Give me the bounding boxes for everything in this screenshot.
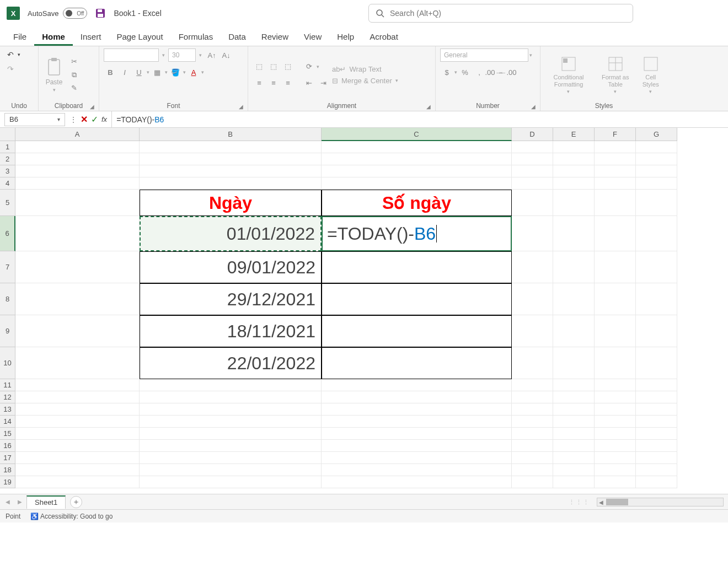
cell-D3[interactable]: [512, 165, 553, 177]
cell-G18[interactable]: [636, 464, 677, 476]
cell-G12[interactable]: [636, 391, 677, 403]
cell-C4[interactable]: [322, 177, 512, 190]
cell-A1[interactable]: [15, 141, 140, 153]
font-size-input[interactable]: [168, 48, 196, 62]
row-header-1[interactable]: 1: [0, 141, 15, 153]
format-as-table-button[interactable]: Format as Table▾: [598, 54, 633, 95]
row-header-13[interactable]: 13: [0, 403, 15, 416]
sheet-resize-handle[interactable]: ⋮⋮⋮: [569, 499, 590, 506]
tab-data[interactable]: Data: [221, 29, 254, 46]
cell-b6-data[interactable]: 01/01/2022: [140, 216, 322, 251]
row-header-11[interactable]: 11: [0, 379, 15, 391]
row-header-15[interactable]: 15: [0, 428, 15, 440]
cell-b10-data[interactable]: 22/01/2022: [140, 347, 322, 379]
cell-A17[interactable]: [15, 452, 140, 464]
italic-button[interactable]: I: [118, 66, 131, 78]
cell-A8[interactable]: [15, 283, 140, 315]
row-header-8[interactable]: 8: [0, 283, 15, 315]
prev-sheet-icon[interactable]: ◀: [2, 499, 13, 505]
row-header-7[interactable]: 7: [0, 251, 15, 283]
orientation-icon[interactable]: ⟳: [302, 61, 315, 73]
cell-C12[interactable]: [322, 391, 512, 403]
cell-A12[interactable]: [15, 391, 140, 403]
horizontal-scrollbar[interactable]: ◀: [597, 498, 724, 506]
cell-A15[interactable]: [15, 428, 140, 440]
cell-D15[interactable]: [512, 428, 553, 440]
cell-c6-editing[interactable]: =TODAY()-B6: [322, 216, 512, 251]
number-format-select[interactable]: [440, 48, 528, 62]
row-header-5[interactable]: 5: [0, 190, 15, 216]
tab-view[interactable]: View: [296, 29, 329, 46]
cell-c10-empty[interactable]: [322, 347, 512, 379]
cell-D8[interactable]: [512, 283, 553, 315]
add-sheet-button[interactable]: ＋: [70, 496, 82, 508]
sheet-tab[interactable]: Sheet1: [26, 495, 66, 509]
cell-C16[interactable]: [322, 440, 512, 452]
cell-b7-data[interactable]: 09/01/2022: [140, 251, 322, 283]
cell-D2[interactable]: [512, 153, 553, 165]
decrease-indent-icon[interactable]: ⇤: [302, 77, 315, 89]
cell-F13[interactable]: [595, 403, 636, 416]
cell-G10[interactable]: [636, 347, 677, 379]
decrease-decimal-icon[interactable]: ←.00: [501, 66, 515, 78]
cell-G6[interactable]: [636, 216, 677, 251]
cell-C15[interactable]: [322, 428, 512, 440]
cell-F2[interactable]: [595, 153, 636, 165]
cell-E16[interactable]: [553, 440, 595, 452]
cell-D14[interactable]: [512, 416, 553, 428]
cell-A6[interactable]: [15, 216, 140, 251]
cell-D12[interactable]: [512, 391, 553, 403]
cell-B11[interactable]: [140, 379, 322, 391]
save-icon[interactable]: [95, 8, 106, 19]
cell-D4[interactable]: [512, 177, 553, 190]
col-header-D[interactable]: D: [512, 128, 553, 141]
row-header-17[interactable]: 17: [0, 452, 15, 464]
underline-button[interactable]: U: [132, 66, 146, 78]
cell-A19[interactable]: [15, 476, 140, 488]
cell-E5[interactable]: [553, 190, 595, 216]
row-header-10[interactable]: 10: [0, 347, 15, 379]
cell-G9[interactable]: [636, 315, 677, 347]
copy-icon[interactable]: ⧉: [67, 69, 81, 81]
percent-icon[interactable]: %: [458, 66, 472, 78]
cell-E4[interactable]: [553, 177, 595, 190]
cell-F1[interactable]: [595, 141, 636, 153]
tab-help[interactable]: Help: [329, 29, 362, 46]
cell-G17[interactable]: [636, 452, 677, 464]
cell-A5[interactable]: [15, 190, 140, 216]
cell-G7[interactable]: [636, 251, 677, 283]
tab-review[interactable]: Review: [254, 29, 296, 46]
conditional-formatting-button[interactable]: Conditional Formatting▾: [545, 54, 592, 95]
cell-E2[interactable]: [553, 153, 595, 165]
align-top-icon[interactable]: ⬚: [253, 61, 266, 73]
cell-F17[interactable]: [595, 452, 636, 464]
cell-A2[interactable]: [15, 153, 140, 165]
align-right-icon[interactable]: ≡: [281, 77, 295, 89]
cell-A11[interactable]: [15, 379, 140, 391]
font-name-input[interactable]: [104, 48, 159, 62]
cell-b8-data[interactable]: 29/12/2021: [140, 283, 322, 315]
cell-G19[interactable]: [636, 476, 677, 488]
row-header-14[interactable]: 14: [0, 416, 15, 428]
cell-c9-empty[interactable]: [322, 315, 512, 347]
cell-F5[interactable]: [595, 190, 636, 216]
cell-c8-empty[interactable]: [322, 283, 512, 315]
number-launcher-icon[interactable]: ◢: [531, 104, 536, 110]
cell-B16[interactable]: [140, 440, 322, 452]
fill-color-button[interactable]: 🪣: [169, 66, 182, 78]
cell-F14[interactable]: [595, 416, 636, 428]
col-header-C[interactable]: C: [322, 128, 512, 141]
tab-file[interactable]: File: [6, 29, 34, 46]
cell-F12[interactable]: [595, 391, 636, 403]
confirm-formula-icon[interactable]: ✓: [91, 114, 98, 125]
row-header-3[interactable]: 3: [0, 165, 15, 177]
cell-D9[interactable]: [512, 315, 553, 347]
cell-C2[interactable]: [322, 153, 512, 165]
row-header-2[interactable]: 2: [0, 153, 15, 165]
cell-G14[interactable]: [636, 416, 677, 428]
cell-A3[interactable]: [15, 165, 140, 177]
next-sheet-icon[interactable]: ▶: [14, 499, 25, 505]
cell-C11[interactable]: [322, 379, 512, 391]
wrap-text-button[interactable]: ab↵Wrap Text: [332, 65, 409, 73]
cell-A7[interactable]: [15, 251, 140, 283]
